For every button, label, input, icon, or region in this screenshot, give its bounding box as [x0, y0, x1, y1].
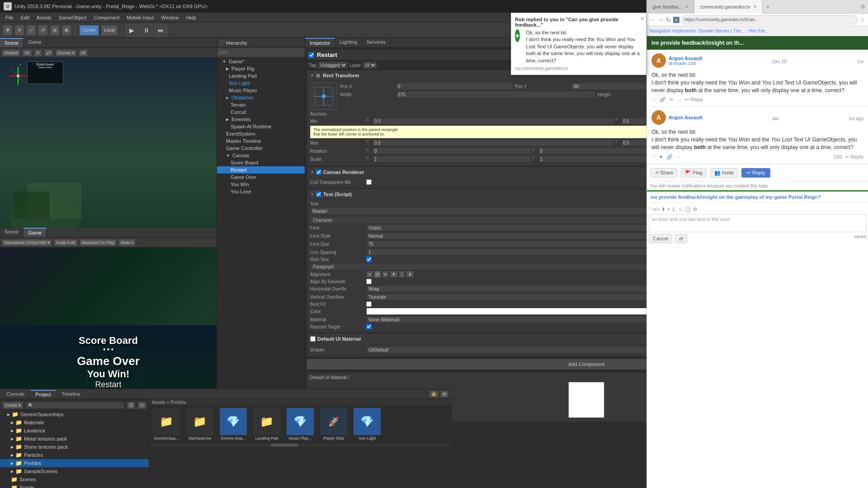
- hierarchy-item-landing-pad[interactable]: Landing Pad: [217, 72, 305, 80]
- shaded-button[interactable]: Shaded: [2, 49, 20, 56]
- width-input[interactable]: [396, 91, 596, 98]
- transform-tool-button[interactable]: ⊠: [61, 25, 71, 36]
- align-bottom-button[interactable]: ⬇: [406, 271, 414, 278]
- proj-item-sample-scenes[interactable]: ▶ 📁 SampleScenes: [0, 467, 149, 475]
- tab-game[interactable]: Game: [24, 38, 47, 47]
- menu-help[interactable]: Help: [182, 14, 200, 21]
- flag-button[interactable]: 🚩 Flag: [681, 168, 706, 178]
- text-script-checkbox[interactable]: [316, 192, 321, 197]
- align-middle-button[interactable]: ↕: [399, 271, 406, 278]
- align-top-button[interactable]: ⬆: [390, 271, 398, 278]
- object-enable-checkbox[interactable]: [309, 52, 314, 58]
- lighting-button[interactable]: ☀: [34, 49, 42, 56]
- hierarchy-item-you-lose[interactable]: You Lose: [217, 188, 305, 195]
- hierarchy-item-game-over[interactable]: Game Over: [217, 174, 305, 181]
- hierarchy-item-eventsystem[interactable]: EventSystem: [217, 130, 305, 137]
- main-reply-button[interactable]: ↩ Reply: [741, 168, 770, 178]
- project-search-input[interactable]: [26, 402, 124, 409]
- anchor-max-x-input[interactable]: [373, 139, 614, 146]
- scale-control[interactable]: Scale 0.40: [54, 239, 78, 246]
- tab-timeline[interactable]: Timeline: [57, 390, 85, 398]
- project-filter-button[interactable]: ⊡: [138, 402, 146, 409]
- address-bar-input[interactable]: [681, 15, 858, 24]
- post-2-heart-button[interactable]: ♥: [660, 154, 663, 160]
- hierarchy-item-terrain[interactable]: Terrain: [217, 101, 305, 108]
- hierarchy-item-you-win[interactable]: You Win: [217, 181, 305, 188]
- browser-back-button[interactable]: ←: [650, 16, 656, 23]
- hierarchy-item-game[interactable]: ▼ Game*: [217, 58, 305, 65]
- gizmos-button[interactable]: Gizmos ▾: [55, 49, 77, 56]
- menu-file[interactable]: File: [2, 14, 17, 21]
- hierarchy-search-input[interactable]: [217, 48, 305, 57]
- tab-console[interactable]: Console: [2, 390, 29, 398]
- upload-tool-button[interactable]: ⬆: [661, 206, 665, 212]
- proj-item-lavabrick[interactable]: ▶ 📁 Lavabrick: [0, 427, 149, 435]
- asset-player-ship[interactable]: 🚀 Player Ship: [318, 408, 349, 441]
- bookmark-navigation[interactable]: Navigation Implements: [650, 28, 696, 33]
- list-ol-tool-button[interactable]: 1.: [672, 206, 676, 212]
- mute-audio[interactable]: Mute A: [118, 239, 136, 246]
- move-tool-button[interactable]: ✛: [14, 25, 24, 36]
- tab-scene[interactable]: Scene: [0, 38, 24, 47]
- post-1-like-button[interactable]: ♡: [651, 97, 656, 103]
- browser-tab-1[interactable]: give feedba... ✕: [647, 0, 694, 14]
- raycast-target-checkbox[interactable]: [366, 324, 372, 329]
- notification-close-button[interactable]: ×: [641, 15, 644, 22]
- bookmark-domain-names[interactable]: Domain Names | The ...: [698, 28, 746, 33]
- hierarchy-item-player-rig[interactable]: ▶ Player Rig: [217, 65, 305, 72]
- post-1-edit-button[interactable]: ✏: [670, 97, 674, 103]
- tab-project[interactable]: Project: [31, 390, 55, 398]
- align-right-button[interactable]: ≡: [382, 271, 389, 278]
- proj-item-materials[interactable]: ▶ 📁 Materials: [0, 418, 149, 427]
- hierarchy-item-obstacles[interactable]: ▶ Obstacles: [217, 94, 305, 101]
- hierarchy-item-game-controller[interactable]: Game Controller: [217, 145, 305, 152]
- scrollbar-thumb[interactable]: [271, 444, 298, 446]
- hierarchy-item-restart[interactable]: Restart: [217, 166, 305, 174]
- hierarchy-item-spawn[interactable]: Spawn At Runtime: [217, 123, 305, 130]
- tab-lighting[interactable]: Lighting: [335, 38, 362, 47]
- browser-star-button[interactable]: ☆: [859, 16, 865, 23]
- project-sort-button[interactable]: ☰: [127, 402, 135, 409]
- maximize-on-play[interactable]: Maximize On Play: [80, 239, 117, 246]
- hand-tool-button[interactable]: ✥: [3, 25, 13, 36]
- asset-music-play[interactable]: 💎 Music Play...: [285, 408, 316, 441]
- asset-sun-light[interactable]: 💎 Sun Light: [352, 408, 382, 441]
- tab-inspector[interactable]: Inspector: [305, 38, 335, 47]
- proj-item-generic-spaceships[interactable]: ▶ 📁 GenericSpaceships: [0, 410, 149, 418]
- align-left-button[interactable]: ≡: [366, 271, 373, 278]
- reply-cancel-button[interactable]: Cancel: [649, 234, 672, 243]
- post-1-reply-button[interactable]: ↩ Reply: [685, 97, 703, 103]
- anchor-widget[interactable]: [310, 83, 337, 110]
- rich-text-checkbox[interactable]: [366, 257, 372, 262]
- menu-gameobject[interactable]: GameObject: [55, 14, 90, 21]
- tag-select[interactable]: Untagged: [318, 61, 348, 69]
- post-1-link-button[interactable]: 🔗: [660, 97, 666, 103]
- rotate-tool-button[interactable]: ↺: [38, 25, 48, 36]
- bottom-settings-button[interactable]: ⚙: [440, 390, 448, 398]
- rect-tool-button[interactable]: ⊞: [50, 25, 60, 36]
- browser-tab-2[interactable]: community.gamedev.tv ✕: [694, 0, 762, 14]
- post-2-link-button[interactable]: 🔗: [666, 154, 673, 160]
- tab-game-2[interactable]: Game: [24, 228, 47, 237]
- asset-generic-spa[interactable]: 📁 GenericSpa...: [151, 408, 182, 441]
- hierarchy-drag-handle[interactable]: [220, 40, 224, 46]
- 2d-button[interactable]: 2D: [22, 49, 32, 56]
- post-2-reply-button[interactable]: ↩ Reply: [845, 154, 863, 160]
- proj-item-metal[interactable]: ▶ 📁 Metal textures pack: [0, 435, 149, 443]
- hierarchy-item-score-board[interactable]: Score Board: [217, 159, 305, 166]
- play-button[interactable]: ▶: [126, 24, 138, 37]
- pos-x-input[interactable]: [396, 83, 513, 90]
- proj-item-particles[interactable]: ▶ 📁 Particles: [0, 451, 149, 459]
- local-button[interactable]: Local: [101, 25, 118, 36]
- pause-button[interactable]: ⏸: [140, 24, 153, 37]
- default-ui-material-checkbox[interactable]: [310, 336, 316, 342]
- cull-transparent-checkbox[interactable]: [366, 179, 372, 185]
- menu-mobile-input[interactable]: Mobile Input: [123, 14, 157, 21]
- resolution-dropdown[interactable]: Standalone (1024x768) ▾: [2, 239, 52, 246]
- code-tool-button[interactable]: </>: [652, 206, 660, 212]
- center-button[interactable]: Center: [79, 25, 99, 36]
- browser-tab-1-close[interactable]: ✕: [685, 4, 689, 9]
- menu-edit[interactable]: Edit: [17, 14, 33, 21]
- create-button[interactable]: Create ▾: [3, 402, 23, 409]
- tab-services[interactable]: Services: [362, 38, 391, 47]
